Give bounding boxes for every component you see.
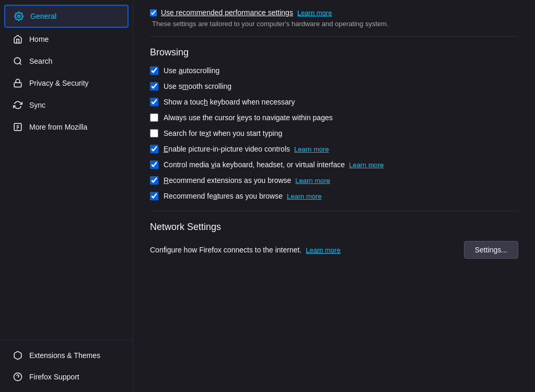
sidebar-label-extensions: Extensions & Themes	[29, 351, 100, 360]
checkbox-recommend-extensions[interactable]	[150, 176, 158, 185]
label-touch-keyboard: Show a touch keyboard when necessary	[164, 98, 295, 106]
sidebar-item-search[interactable]: Search	[4, 51, 129, 72]
recommend-features-learn-more-link[interactable]: Learn more	[287, 192, 321, 200]
text-touch-keyboard: Show a touch keyboard when necessary	[164, 98, 295, 106]
sidebar-label-support: Firefox Support	[29, 373, 79, 381]
sidebar-item-general[interactable]: General	[4, 5, 129, 28]
extensions-icon	[13, 350, 23, 361]
sidebar-label-search: Search	[29, 57, 52, 65]
main-content: Use recommended performance settings Lea…	[133, 0, 535, 392]
search-icon	[13, 56, 23, 66]
label-cursor-keys: Always use the cursor keys to navigate w…	[164, 113, 333, 122]
browsing-title: Browsing	[150, 47, 518, 58]
checkbox-smooth-scrolling[interactable]	[150, 82, 158, 90]
network-learn-more-link[interactable]: Learn more	[306, 246, 340, 254]
text-media-control: Control media via keyboard, headset, or …	[164, 160, 345, 169]
lock-icon	[13, 78, 23, 88]
label-smooth-scrolling: Use smooth scrolling	[164, 82, 231, 90]
network-title: Network Settings	[150, 222, 518, 233]
svg-rect-3	[14, 83, 21, 87]
checkbox-row-smooth-scrolling: Use smooth scrolling	[150, 82, 518, 90]
checkbox-media-control[interactable]	[150, 160, 158, 169]
mozilla-icon	[13, 122, 23, 132]
sidebar: General Home Search Privacy & Security	[0, 0, 133, 392]
sidebar-label-mozilla: More from Mozilla	[29, 123, 87, 131]
network-divider	[150, 211, 518, 211]
checkbox-row-pip: Enable picture-in-picture video controls…	[150, 145, 518, 153]
sidebar-item-support[interactable]: Firefox Support	[4, 366, 129, 387]
text-pip: Enable picture-in-picture video controls	[164, 145, 290, 153]
label-media-control: Control media via keyboard, headset, or …	[164, 160, 384, 169]
home-icon	[13, 34, 23, 44]
text-recommend-features: Recommend features as you browse	[164, 192, 283, 200]
checkbox-row-autoscrolling: Use autoscrolling	[150, 66, 518, 75]
recommended-label: Use recommended performance settings	[161, 8, 293, 17]
media-control-learn-more-link[interactable]: Learn more	[349, 161, 383, 169]
browsing-section: Browsing Use autoscrolling Use smooth sc…	[150, 47, 518, 200]
text-smooth-scrolling: Use smooth scrolling	[164, 82, 231, 90]
network-settings-button[interactable]: Settings...	[464, 241, 518, 259]
svg-point-0	[18, 15, 20, 18]
label-autoscrolling: Use autoscrolling	[164, 66, 219, 75]
label-search-typing: Search for text when you start typing	[164, 129, 282, 137]
recommended-row: Use recommended performance settings Lea…	[150, 8, 518, 17]
checkbox-row-recommend-extensions: Recommend extensions as you browse Learn…	[150, 176, 518, 185]
network-row: Configure how Firefox connects to the in…	[150, 241, 518, 259]
text-recommend-extensions: Recommend extensions as you browse	[164, 176, 291, 185]
label-pip: Enable picture-in-picture video controls…	[164, 145, 329, 153]
sidebar-label-general: General	[30, 12, 56, 20]
checkbox-row-media-control: Control media via keyboard, headset, or …	[150, 160, 518, 169]
checkbox-recommend-features[interactable]	[150, 192, 158, 200]
recommended-learn-more-link[interactable]: Learn more	[297, 9, 332, 17]
recommended-performance-checkbox[interactable]	[150, 9, 157, 16]
sidebar-item-extensions[interactable]: Extensions & Themes	[4, 345, 129, 366]
checkbox-autoscrolling[interactable]	[150, 66, 158, 75]
sidebar-item-mozilla[interactable]: More from Mozilla	[4, 117, 129, 137]
recommended-description: These settings are tailored to your comp…	[150, 20, 518, 28]
label-recommend-extensions: Recommend extensions as you browse Learn…	[164, 176, 330, 185]
gear-icon	[14, 11, 24, 21]
text-autoscrolling: Use autoscrolling	[164, 66, 219, 75]
svg-line-2	[19, 63, 21, 64]
svg-point-1	[14, 57, 20, 64]
sidebar-label-privacy: Privacy & Security	[29, 79, 89, 87]
checkbox-search-typing[interactable]	[150, 129, 158, 137]
network-section: Network Settings Configure how Firefox c…	[150, 222, 518, 259]
sidebar-item-sync[interactable]: Sync	[4, 95, 129, 116]
sidebar-label-sync: Sync	[29, 101, 45, 109]
checkbox-row-search-typing: Search for text when you start typing	[150, 129, 518, 137]
performance-section: Use recommended performance settings Lea…	[150, 0, 518, 37]
recommend-extensions-learn-more-link[interactable]: Learn more	[295, 177, 330, 185]
sync-icon	[13, 100, 23, 110]
label-recommend-features: Recommend features as you browse Learn m…	[164, 192, 322, 200]
checkbox-cursor-keys[interactable]	[150, 113, 158, 122]
checkbox-row-recommend-features: Recommend features as you browse Learn m…	[150, 192, 518, 200]
network-description: Configure how Firefox connects to the in…	[150, 246, 341, 254]
checkbox-row-touch-keyboard: Show a touch keyboard when necessary	[150, 98, 518, 106]
pip-learn-more-link[interactable]: Learn more	[294, 145, 329, 153]
text-search-typing: Search for text when you start typing	[164, 129, 282, 137]
sidebar-bottom: Extensions & Themes Firefox Support	[0, 340, 133, 388]
support-icon	[13, 372, 23, 382]
text-cursor-keys: Always use the cursor keys to navigate w…	[164, 113, 333, 122]
sidebar-item-privacy[interactable]: Privacy & Security	[4, 73, 129, 94]
checkbox-touch-keyboard[interactable]	[150, 98, 158, 106]
sidebar-label-home: Home	[29, 35, 49, 43]
checkbox-pip[interactable]	[150, 145, 158, 153]
checkbox-row-cursor-keys: Always use the cursor keys to navigate w…	[150, 113, 518, 122]
sidebar-item-home[interactable]: Home	[4, 29, 129, 50]
